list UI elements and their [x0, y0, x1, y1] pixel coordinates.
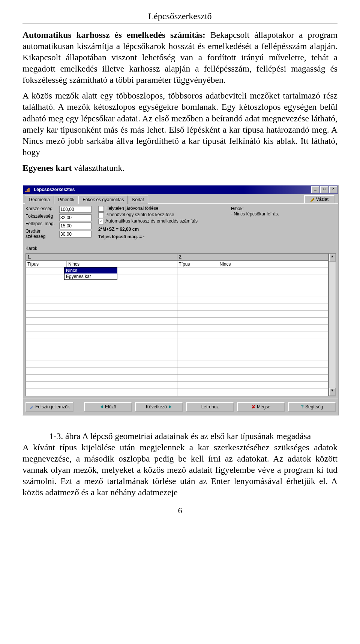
label-karok: Karok — [26, 246, 58, 251]
window-title: Lépcsőszerkesztés — [34, 187, 311, 192]
segitseg-label: Segítség — [305, 404, 323, 409]
grid-row-val-2[interactable]: Nincs — [218, 261, 328, 267]
maximize-button[interactable]: □ — [320, 186, 328, 193]
brush-icon — [29, 405, 34, 409]
dropdown-item-nincs[interactable]: Nincs — [64, 267, 117, 273]
page-number: 6 — [22, 504, 338, 515]
checkbox-helytelen-label: Helytelen járóvonal törlése — [105, 206, 158, 211]
karok-grid: 1. Típus Nincs 2. Típus N — [26, 253, 336, 396]
minimize-button[interactable]: _ — [311, 186, 320, 193]
grid-scrollbar[interactable]: ▲ ▼ — [328, 254, 336, 396]
letrehoz-button[interactable]: Létrehoz — [186, 402, 234, 412]
grid-col1-head: 1. — [26, 254, 177, 261]
dialog-lepcsoszerkesztes: Lépcsőszerkesztés _ □ × Geometria Pihenő… — [22, 185, 339, 415]
grid-row-val-1[interactable]: Nincs — [67, 261, 177, 267]
dropdown-item-egyenes[interactable]: Egyenes kar — [64, 273, 117, 279]
input-fokszelesseg[interactable] — [59, 214, 92, 221]
arrow-left-icon — [100, 405, 104, 409]
checkbox-automatikus-label: Automatikus karhossz és emelkedés számít… — [105, 219, 198, 224]
input-karszelesseg[interactable] — [59, 206, 92, 213]
vazlat-button[interactable]: Vázlat — [304, 195, 334, 203]
letrehoz-label: Létrehoz — [201, 404, 219, 409]
grid-row-label-1: Típus — [26, 261, 67, 267]
scroll-up-button[interactable]: ▲ — [329, 254, 336, 262]
svg-rect-2 — [28, 188, 30, 192]
teljes-text: Teljes lépcső mag. = - — [98, 234, 226, 239]
para-2: A közös mezők alatt egy többoszlopos, tö… — [22, 90, 338, 157]
felszin-button[interactable]: Felszín jellemzők — [26, 402, 74, 412]
megse-button[interactable]: ✘ Mégse — [237, 402, 285, 412]
checkbox-pihenovel[interactable] — [98, 212, 104, 218]
tab-fokok[interactable]: Fokok és gyámolítás — [78, 196, 128, 204]
elozo-button[interactable]: Előző — [84, 402, 132, 412]
page-title: Lépcsőszerkesztő — [22, 11, 338, 24]
titlebar: Lépcsőszerkesztés _ □ × — [23, 185, 338, 194]
para-3: Egyenes kart választhatunk. — [22, 162, 338, 173]
elozo-label: Előző — [105, 404, 116, 409]
tab-korlat[interactable]: Korlát — [128, 196, 148, 204]
intro-paragraph: Automatikus karhossz és emelkedés számít… — [22, 29, 338, 85]
checkbox-automatikus[interactable]: ✓ — [98, 219, 104, 224]
input-orso[interactable] — [59, 231, 92, 238]
figure-caption-block: 1-3. ábra A lépcső geometriai adatainak … — [22, 430, 338, 498]
grid-col2-head: 2. — [177, 254, 328, 261]
caption-body: A kívánt típus kijelölése után megjelenn… — [22, 442, 338, 497]
kovetkezo-label: Következő — [146, 404, 167, 409]
input-fellepesi[interactable] — [59, 223, 92, 229]
stairs-icon — [25, 187, 31, 193]
svg-rect-0 — [25, 191, 27, 192]
grid-row-label-2: Típus — [177, 261, 218, 267]
checkbox-helytelen[interactable] — [98, 206, 104, 212]
kovetkezo-button[interactable]: Következő — [135, 402, 183, 412]
formula-text: 2*M+SZ = 62,00 cm — [98, 227, 226, 232]
para3-bold: Egyenes kart — [22, 163, 72, 173]
checkbox-pihenovel-label: Pihenővel egy szintű fok készítése — [105, 212, 174, 218]
felszin-label: Felszín jellemzők — [35, 404, 70, 409]
tipus-dropdown[interactable]: Nincs Egyenes kar — [64, 267, 117, 280]
label-fellepesi: Fellépési mag. — [26, 221, 58, 226]
close-button[interactable]: × — [329, 186, 338, 193]
x-icon: ✘ — [252, 404, 255, 409]
label-karszelesseg: Karszélesség — [26, 206, 58, 211]
hibak-text: - Nincs lépcsőkar leírás. — [231, 211, 336, 217]
para3-rest: választhatunk. — [72, 163, 124, 173]
scroll-down-button[interactable]: ▼ — [329, 388, 336, 396]
intro-bold: Automatikus karhossz és emelkedés számít… — [22, 30, 206, 40]
label-fokszelesseg: Fokszélesség — [26, 214, 58, 219]
arrow-right-icon — [168, 405, 172, 409]
segitseg-button[interactable]: ? Segítség — [288, 402, 336, 412]
help-icon: ? — [301, 404, 304, 409]
pencil-icon — [310, 197, 315, 202]
megse-label: Mégse — [257, 404, 270, 409]
svg-rect-1 — [27, 189, 28, 192]
label-orso: Orsótér szélesség — [26, 229, 58, 239]
vazlat-label: Vázlat — [316, 197, 328, 202]
figure-caption: 1-3. ábra A lépcső geometriai adatainak … — [22, 430, 338, 442]
hibak-label: Hibák: — [231, 206, 336, 211]
tab-pihenok[interactable]: Pihenők — [54, 196, 78, 204]
tab-geometria[interactable]: Geometria — [25, 196, 54, 204]
scroll-track[interactable] — [329, 262, 336, 388]
